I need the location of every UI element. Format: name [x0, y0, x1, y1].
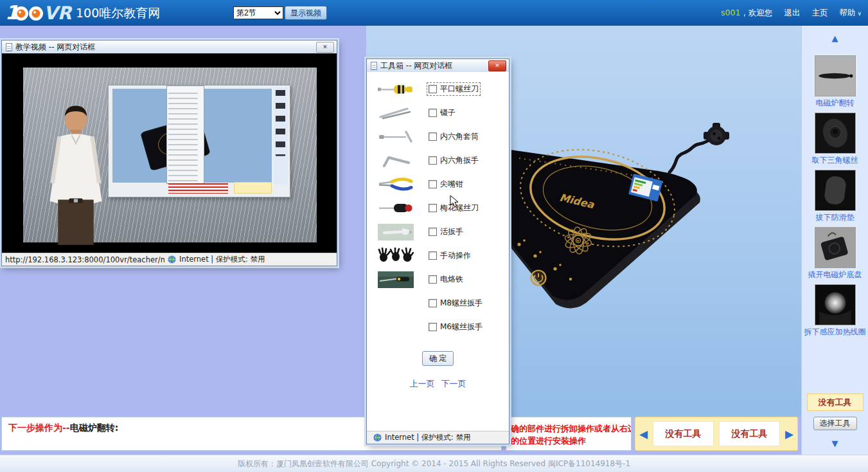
tool-label[interactable]: M8螺丝扳手 [440, 298, 483, 309]
help-link[interactable]: 帮助∨ [839, 8, 862, 19]
step-label[interactable]: 取下三角螺丝 [812, 156, 858, 165]
user-welcome: s001，欢迎您 [721, 8, 772, 19]
presenter-person [35, 101, 117, 246]
video-player[interactable] [2, 53, 337, 253]
adjustable-wrench-icon [378, 224, 416, 241]
antislip-pad-thumbnail[interactable] [815, 170, 856, 211]
checkbox-icon[interactable] [429, 204, 437, 212]
pry-base-thumbnail[interactable] [815, 227, 856, 268]
section-select[interactable]: 第2节 [233, 6, 283, 19]
tool-option[interactable]: 内六角扳手 [427, 154, 480, 167]
toolbox-dialog-titlebar[interactable]: 工具箱 -- 网页对话框 ✕ [367, 59, 509, 73]
step-list: 电磁炉翻转取下三角螺丝拔下防滑垫撬开电磁炉底盘拆下感应加热线圈 [804, 55, 866, 341]
home-link[interactable]: 主页 [811, 8, 828, 19]
tool-label[interactable]: M6螺丝扳手 [440, 322, 483, 332]
checkbox-icon[interactable] [429, 85, 437, 93]
tool-row: 活扳手 [367, 220, 509, 244]
toolbox-dialog-close-icon[interactable]: ✕ [488, 60, 506, 71]
video-dialog-close-icon[interactable]: ✕ [316, 42, 334, 53]
top-header-bar: 1 VR 100唯尔教育网 第2节 显示视频 s001，欢迎您 退出 主页 帮助… [0, 0, 868, 26]
step-item[interactable]: 拔下防滑垫 [815, 170, 856, 222]
tool-option[interactable]: 手动操作 [427, 250, 472, 262]
prev-page-link[interactable]: 上一页 [409, 379, 434, 388]
scroll-up-icon[interactable]: ▲ [832, 34, 838, 42]
flat-screwdriver-icon [378, 81, 416, 98]
tool-option[interactable]: M8螺丝扳手 [427, 297, 484, 309]
tool-option[interactable]: 尖嘴钳 [427, 178, 465, 190]
slot-next-icon[interactable]: ▶ [785, 428, 793, 440]
triangle-screw-thumbnail[interactable] [815, 113, 856, 154]
checkbox-icon[interactable] [429, 228, 437, 236]
tool-label[interactable]: 平口螺丝刀 [440, 84, 479, 95]
checkbox-icon[interactable] [429, 132, 437, 141]
toolbox-dialog: 工具箱 -- 网页对话框 ✕ 平口螺丝刀镊子内六角套筒内六角扳手尖嘴钳梅花螺丝刀… [366, 59, 509, 444]
tool-option[interactable]: 平口螺丝刀 [427, 83, 480, 95]
power-cord [669, 139, 713, 172]
tool-option[interactable]: M6螺丝扳手 [427, 321, 484, 333]
tool-label[interactable]: 活扳手 [440, 226, 463, 237]
next-page-link[interactable]: 下一页 [441, 379, 466, 388]
internet-globe-icon [373, 433, 382, 442]
checkbox-icon[interactable] [429, 275, 437, 284]
status-zone-text: Internet | 保护模式: 禁用 [179, 255, 265, 264]
video-studio-scene [23, 68, 317, 242]
confirm-button[interactable]: 确 定 [422, 351, 454, 366]
next-step-prefix: 下一步操作为-- [8, 422, 70, 433]
none-icon [378, 319, 416, 336]
checkbox-icon[interactable] [429, 299, 437, 307]
tool-slot-2[interactable]: 没有工具 [719, 421, 780, 446]
step-item[interactable]: 拆下感应加热线圈 [804, 284, 866, 337]
tool-option[interactable]: 内六角套筒 [427, 131, 480, 143]
step-label[interactable]: 撬开电磁炉底盘 [808, 270, 862, 280]
tool-row: 手动操作 [367, 244, 509, 268]
video-dialog-titlebar[interactable]: 教学视频 -- 网页对话框 ✕ [2, 41, 337, 54]
tool-label[interactable]: 手动操作 [440, 250, 471, 261]
power-button-icon [531, 271, 546, 286]
heating-coil-thumbnail[interactable] [815, 284, 856, 325]
slot-prev-icon[interactable]: ◀ [639, 428, 648, 440]
step-item[interactable]: 撬开电磁炉底盘 [808, 227, 862, 280]
site-logo[interactable]: 1 VR [5, 2, 73, 26]
app-root: 1 VR 100唯尔教育网 第2节 显示视频 s001，欢迎您 退出 主页 帮助… [0, 0, 868, 472]
checkbox-icon[interactable] [429, 180, 437, 188]
checkbox-icon[interactable] [429, 156, 437, 165]
needle-pliers-icon [378, 176, 416, 193]
tool-row: 平口螺丝刀 [367, 77, 509, 101]
chevron-down-icon: ∨ [857, 10, 862, 17]
manual-hands-icon [378, 248, 416, 264]
video-screen-content [108, 85, 290, 197]
tool-row: M8螺丝扳手 [367, 291, 509, 315]
tool-row: 内六角套筒 [367, 125, 509, 149]
checkbox-icon[interactable] [429, 109, 437, 117]
tool-label[interactable]: 电烙铁 [440, 274, 463, 285]
checkbox-icon[interactable] [429, 251, 437, 260]
next-step-name: 电磁炉翻转: [70, 422, 119, 433]
tool-row: 尖嘴钳 [367, 172, 509, 196]
tool-label[interactable]: 梅花螺丝刀 [440, 203, 479, 213]
tool-slot-1[interactable]: 没有工具 [653, 421, 714, 446]
tool-option[interactable]: 电烙铁 [427, 273, 465, 286]
cooker-flip-thumbnail[interactable] [815, 55, 856, 96]
select-tool-button[interactable]: 选择工具 [813, 417, 857, 430]
scroll-down-icon[interactable]: ▼ [832, 439, 838, 448]
tool-option[interactable]: 镊子 [427, 107, 457, 119]
step-label[interactable]: 拔下防滑垫 [816, 213, 855, 222]
logout-link[interactable]: 退出 [784, 8, 800, 19]
page-footer: 版权所有：厦门凤凰创壹软件有限公司 Copyright © 2014 - 201… [0, 455, 868, 472]
tool-label[interactable]: 内六角扳手 [440, 155, 479, 166]
show-video-button[interactable]: 显示视频 [285, 6, 327, 20]
step-item[interactable]: 取下三角螺丝 [812, 113, 858, 165]
toolbox-body: 平口螺丝刀镊子内六角套筒内六角扳手尖嘴钳梅花螺丝刀活扳手手动操作电烙铁M8螺丝扳… [367, 72, 509, 431]
username: s001 [721, 8, 740, 17]
tool-option[interactable]: 活扳手 [427, 226, 465, 238]
tool-option[interactable]: 梅花螺丝刀 [427, 202, 480, 214]
step-label[interactable]: 电磁炉翻转 [816, 98, 855, 108]
video-dialog: 教学视频 -- 网页对话框 ✕ [1, 40, 337, 266]
checkbox-icon[interactable] [429, 323, 437, 331]
tool-label[interactable]: 镊子 [440, 107, 456, 118]
tool-label[interactable]: 尖嘴钳 [440, 179, 463, 190]
step-label[interactable]: 拆下感应加热线圈 [804, 327, 866, 337]
tool-label[interactable]: 内六角套筒 [440, 131, 479, 142]
copyright-text: 版权所有：厦门凤凰创壹软件有限公司 Copyright © 2014 - 201… [238, 458, 630, 469]
step-item[interactable]: 电磁炉翻转 [815, 55, 856, 108]
